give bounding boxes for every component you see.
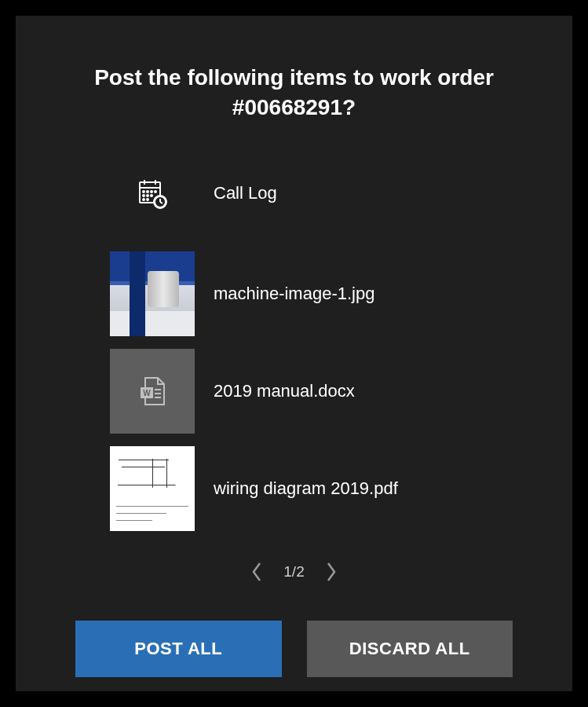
item-label: 2019 manual.docx: [214, 381, 355, 401]
svg-point-7: [155, 191, 156, 192]
list-item: machine-image-1.jpg: [110, 251, 541, 336]
dialog-title: Post the following items to work order #…: [47, 63, 541, 123]
svg-point-10: [151, 195, 152, 196]
calendar-clock-icon: [110, 174, 195, 212]
pager: 1/2: [47, 561, 541, 583]
chevron-left-icon[interactable]: [250, 561, 263, 583]
discard-all-button[interactable]: DISCARD ALL: [307, 621, 513, 677]
post-all-button[interactable]: POST ALL: [75, 621, 282, 677]
svg-point-6: [151, 191, 152, 192]
list-item: wiring diagram 2019.pdf: [110, 446, 541, 531]
dialog-actions: POST ALL DISCARD ALL: [47, 621, 541, 677]
svg-point-9: [147, 195, 148, 196]
svg-point-12: [147, 199, 148, 200]
item-label: wiring diagram 2019.pdf: [214, 478, 398, 499]
items-list: Call Log machine-image-1.jpg W 2019 manu…: [47, 170, 541, 531]
chevron-right-icon[interactable]: [325, 561, 338, 583]
svg-point-8: [143, 195, 144, 196]
list-item: Call Log: [110, 170, 541, 217]
pdf-thumbnail: [110, 446, 195, 531]
image-thumbnail: [110, 251, 195, 336]
svg-point-4: [143, 191, 144, 192]
list-item: W 2019 manual.docx: [110, 349, 541, 434]
item-label: Call Log: [214, 183, 277, 203]
pager-label: 1/2: [283, 563, 304, 581]
post-items-dialog: Post the following items to work order #…: [16, 16, 572, 691]
svg-point-11: [143, 199, 144, 200]
svg-text:W: W: [143, 389, 151, 397]
item-label: machine-image-1.jpg: [214, 284, 374, 304]
svg-point-5: [147, 191, 148, 192]
word-doc-icon: W: [110, 349, 195, 434]
